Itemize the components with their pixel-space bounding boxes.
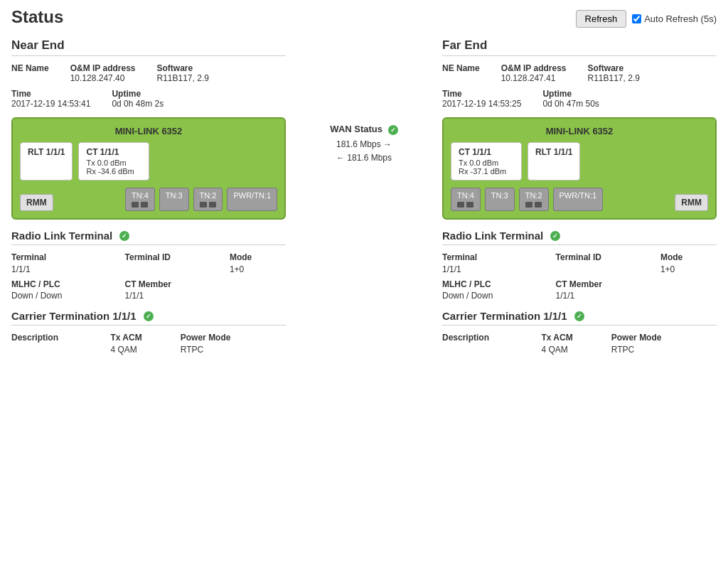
near-carrier-title: Carrier Termination 1/1/1 ✓ bbox=[11, 310, 286, 325]
auto-refresh-label[interactable]: Auto Refresh (5s) bbox=[632, 14, 717, 24]
near-radio-link-table: Terminal Terminal ID Mode 1/1/1 1+0 MLHC… bbox=[11, 251, 286, 301]
near-pwrtn1: PWR/TN:1 bbox=[227, 188, 277, 211]
far-time-value: 2017-12-19 14:53:25 bbox=[442, 99, 521, 109]
near-radio-link-title: Radio Link Terminal ✓ bbox=[11, 230, 286, 245]
near-uptime-label: Uptime bbox=[112, 89, 164, 99]
far-terminal-value: 1/1/1 bbox=[442, 264, 556, 275]
far-ct-rx: Rx -37.1 dBm bbox=[459, 167, 514, 176]
near-terminal-id-value bbox=[125, 264, 230, 275]
far-mlhc-value: Down / Down bbox=[442, 290, 556, 301]
far-time-label: Time bbox=[442, 89, 521, 99]
auto-refresh-checkbox[interactable] bbox=[632, 14, 641, 23]
far-module-rlt: RLT 1/1/1 bbox=[528, 142, 580, 181]
near-txacm-value: 4 QAM bbox=[110, 344, 180, 355]
far-desc-value bbox=[442, 344, 541, 355]
near-time-value: 2017-12-19 14:53:41 bbox=[11, 99, 90, 109]
far-om-ip-label: O&M IP address bbox=[501, 63, 567, 73]
near-powermode-label: Power Mode bbox=[181, 331, 286, 344]
far-software-value: R11B117, 2.9 bbox=[588, 73, 640, 83]
far-device-name: MINI-LINK 6352 bbox=[451, 126, 708, 136]
far-end-title: Far End bbox=[442, 38, 717, 56]
far-carrier-status-icon: ✓ bbox=[574, 311, 584, 321]
near-end-title: Near End bbox=[11, 38, 286, 56]
far-mode-label: Mode bbox=[660, 251, 717, 264]
near-module-ct: CT 1/1/1 Tx 0.0 dBm Rx -34.6 dBm bbox=[78, 142, 149, 181]
far-software-label: Software bbox=[588, 63, 640, 73]
far-mlhc-label: MLHC / PLC bbox=[442, 279, 491, 289]
far-ct-member-value: 1/1/1 bbox=[556, 290, 660, 301]
far-radio-link-title: Radio Link Terminal ✓ bbox=[442, 230, 717, 245]
refresh-button[interactable]: Refresh bbox=[576, 10, 627, 28]
near-ne-name-label: NE Name bbox=[11, 63, 49, 73]
far-end-device-box: MINI-LINK 6352 CT 1/1/1 Tx 0.0 dBm Rx -3… bbox=[442, 117, 717, 220]
auto-refresh-text: Auto Refresh (5s) bbox=[644, 14, 717, 24]
near-ct-rx: Rx -34.6 dBm bbox=[86, 167, 141, 176]
near-module-rlt: RLT 1/1/1 bbox=[20, 142, 73, 181]
far-ct-tx: Tx 0.0 dBm bbox=[459, 158, 514, 167]
near-desc-label: Description bbox=[11, 331, 110, 344]
near-rmm: RMM bbox=[20, 194, 53, 211]
near-ct-member-label: CT Member bbox=[125, 279, 171, 289]
near-ct-member-value: 1/1/1 bbox=[125, 290, 230, 301]
far-tn4: TN:4 bbox=[451, 188, 481, 211]
near-mlhc-label: MLHC / PLC bbox=[11, 279, 60, 289]
near-device-name: MINI-LINK 6352 bbox=[20, 126, 277, 136]
far-desc-label: Description bbox=[442, 331, 541, 344]
far-terminal-label: Terminal bbox=[442, 251, 556, 264]
wan-status-label: WAN Status ✓ bbox=[330, 124, 397, 135]
near-carrier-status-icon: ✓ bbox=[144, 311, 154, 321]
wan-speed-in: ← 181.6 Mbps bbox=[330, 151, 397, 165]
far-pwrtn1: PWR/TN:1 bbox=[553, 188, 604, 211]
far-terminal-id-label: Terminal ID bbox=[556, 251, 660, 264]
near-txacm-label: Tx ACM bbox=[110, 331, 180, 344]
near-om-ip-label: O&M IP address bbox=[70, 63, 136, 73]
far-om-ip-value: 10.128.247.41 bbox=[501, 73, 567, 83]
near-terminal-value: 1/1/1 bbox=[11, 264, 125, 275]
wan-panel: WAN Status ✓ 181.6 Mbps → ← 181.6 Mbps bbox=[307, 38, 421, 360]
far-end-panel: Far End NE Name O&M IP address 10.128.24… bbox=[442, 38, 717, 360]
far-txacm-value: 4 QAM bbox=[541, 344, 611, 355]
near-terminal-id-label: Terminal ID bbox=[125, 251, 230, 264]
far-tn2: TN:2 bbox=[519, 188, 549, 211]
near-end-device-box: MINI-LINK 6352 RLT 1/1/1 CT 1/1/1 Tx 0.0… bbox=[11, 117, 286, 220]
far-ne-name-label: NE Name bbox=[442, 63, 480, 73]
far-terminal-id-value bbox=[556, 264, 660, 275]
far-radio-link-status-icon: ✓ bbox=[550, 231, 560, 241]
far-mode-value: 1+0 bbox=[660, 264, 717, 275]
near-software-label: Software bbox=[157, 63, 209, 73]
near-powermode-value: RTPC bbox=[181, 344, 286, 355]
near-carrier-table: Description Tx ACM Power Mode 4 QAM RTPC bbox=[11, 331, 286, 355]
near-mlhc-value: Down / Down bbox=[11, 290, 125, 301]
near-radio-link-status-icon: ✓ bbox=[119, 231, 129, 241]
far-txacm-label: Tx ACM bbox=[541, 331, 611, 344]
near-uptime-value: 0d 0h 48m 2s bbox=[112, 99, 164, 109]
far-powermode-label: Power Mode bbox=[611, 331, 717, 344]
near-end-panel: Near End NE Name O&M IP address 10.128.2… bbox=[11, 38, 286, 360]
near-tn4: TN:4 bbox=[125, 188, 155, 211]
near-tn2: TN:2 bbox=[193, 188, 223, 211]
far-carrier-table: Description Tx ACM Power Mode 4 QAM RTPC bbox=[442, 331, 717, 355]
wan-speed-out: 181.6 Mbps → bbox=[330, 138, 397, 151]
far-ct-member-label: CT Member bbox=[556, 279, 602, 289]
far-uptime-value: 0d 0h 47m 50s bbox=[542, 99, 599, 109]
near-tn3: TN:3 bbox=[159, 188, 189, 211]
near-mode-value: 1+0 bbox=[230, 264, 286, 275]
far-tn3: TN:3 bbox=[485, 188, 515, 211]
near-terminal-label: Terminal bbox=[11, 251, 125, 264]
page-title: Status bbox=[11, 7, 63, 27]
far-module-ct: CT 1/1/1 Tx 0.0 dBm Rx -37.1 dBm bbox=[451, 142, 522, 181]
far-powermode-value: RTPC bbox=[611, 344, 717, 355]
near-time-label: Time bbox=[11, 89, 90, 99]
far-carrier-title: Carrier Termination 1/1/1 ✓ bbox=[442, 310, 717, 325]
near-desc-value bbox=[11, 344, 110, 355]
near-mode-label: Mode bbox=[230, 251, 286, 264]
far-uptime-label: Uptime bbox=[542, 89, 599, 99]
near-software-value: R11B117, 2.9 bbox=[157, 73, 209, 83]
far-rmm: RMM bbox=[675, 194, 708, 211]
near-ct-tx: Tx 0.0 dBm bbox=[86, 158, 141, 167]
far-radio-link-table: Terminal Terminal ID Mode 1/1/1 1+0 MLHC… bbox=[442, 251, 717, 301]
near-om-ip-value: 10.128.247.40 bbox=[70, 73, 136, 83]
wan-status-icon: ✓ bbox=[388, 125, 398, 135]
